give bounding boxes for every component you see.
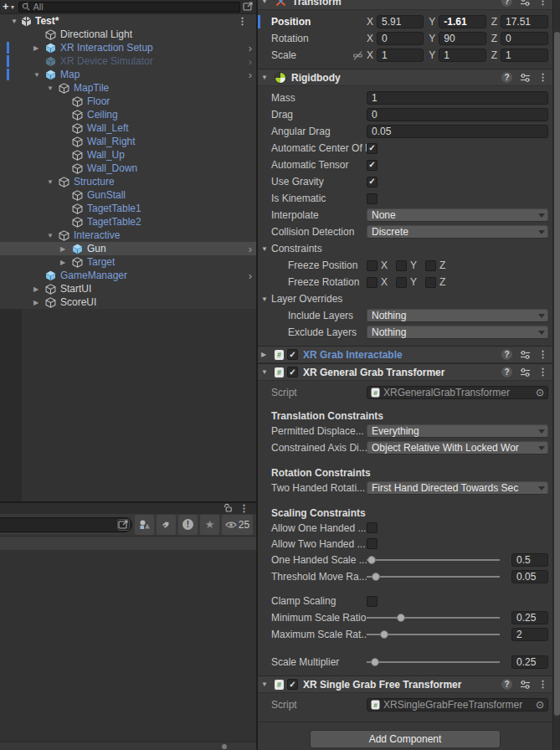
- object-picker-icon[interactable]: ⊙: [536, 387, 544, 398]
- foldout-open-icon[interactable]: ▼: [261, 368, 271, 376]
- foldout-open-icon[interactable]: ▼: [261, 681, 271, 688]
- slider-knob[interactable]: [397, 614, 405, 622]
- foldout-closed-icon[interactable]: ▶: [60, 259, 72, 266]
- component-enabled-checkbox[interactable]: ✓: [287, 349, 298, 360]
- number-input[interactable]: 0: [377, 32, 424, 45]
- tree-item[interactable]: Floor: [0, 95, 256, 108]
- tree-item[interactable]: GameManager›: [0, 269, 256, 282]
- kebab-menu-icon[interactable]: ⋮: [538, 72, 547, 83]
- axis-checkbox[interactable]: [367, 277, 378, 288]
- component-header-xr-single-grab-free-transformer[interactable]: ▼#✓XR Single Grab Free Transformer?⋮: [258, 676, 552, 693]
- prefab-chevron-icon[interactable]: ›: [249, 43, 252, 54]
- tree-item[interactable]: ▼Interactive: [0, 229, 256, 242]
- help-icon[interactable]: ?: [501, 0, 512, 7]
- slider-value-input[interactable]: 0.05: [511, 570, 548, 583]
- scrollbar-thumb[interactable]: [554, 32, 560, 716]
- inspector-scrollbar[interactable]: [552, 0, 560, 750]
- slider-value-input[interactable]: 0.25: [511, 655, 548, 669]
- dropdown[interactable]: None: [367, 208, 548, 222]
- foldout-closed-icon[interactable]: ▶: [261, 351, 271, 358]
- kebab-menu-icon[interactable]: ⋮: [538, 349, 547, 360]
- kebab-menu-icon[interactable]: ⋮: [538, 367, 547, 378]
- component-header-transform[interactable]: ▼Transform?⋮: [258, 0, 552, 10]
- hierarchy-search-input[interactable]: All: [18, 2, 240, 13]
- add-component-button[interactable]: Add Component: [310, 730, 501, 748]
- lock-icon[interactable]: [223, 503, 233, 513]
- project-content-area[interactable]: [0, 550, 256, 742]
- object-reference-field[interactable]: #XRGeneralGrabTransformer⊙: [367, 386, 548, 399]
- prefab-chevron-icon[interactable]: ›: [249, 56, 252, 67]
- kebab-menu-icon[interactable]: ⋮: [538, 679, 547, 690]
- number-input[interactable]: 17.51: [501, 15, 548, 28]
- presets-icon[interactable]: [520, 350, 531, 360]
- help-icon[interactable]: ?: [501, 679, 512, 690]
- foldout-open-icon[interactable]: ▼: [47, 232, 59, 239]
- slider-knob[interactable]: [367, 556, 376, 564]
- tree-item[interactable]: ▶Target: [0, 255, 256, 269]
- object-reference-field[interactable]: #XRSingleGrabFreeTransformer⊙: [367, 698, 548, 711]
- favorites-button[interactable]: ★: [200, 515, 219, 535]
- foldout-open-icon[interactable]: ▼: [47, 178, 59, 186]
- text-input[interactable]: 0: [367, 108, 548, 121]
- number-input[interactable]: 1: [501, 49, 548, 62]
- component-enabled-checkbox[interactable]: ✓: [287, 367, 298, 378]
- hierarchy-empty-area[interactable]: [0, 309, 256, 501]
- slider[interactable]: [367, 628, 500, 641]
- open-new-window-icon[interactable]: [243, 2, 254, 12]
- tree-item[interactable]: Ceiling: [0, 108, 256, 121]
- number-input[interactable]: 1: [377, 49, 424, 62]
- help-icon[interactable]: ?: [501, 72, 512, 83]
- presets-icon[interactable]: [520, 367, 531, 378]
- slider[interactable]: [367, 655, 500, 669]
- foldout-open-icon[interactable]: ▼: [261, 0, 271, 5]
- foldout-open-icon[interactable]: ▼: [33, 71, 45, 79]
- search-by-label-button[interactable]: [157, 515, 176, 535]
- toggle-checkbox[interactable]: [367, 193, 378, 204]
- foldout-closed-icon[interactable]: ▶: [33, 44, 45, 52]
- number-input[interactable]: 1: [439, 49, 486, 62]
- object-picker-icon[interactable]: ⊙: [536, 699, 544, 711]
- toggle-checkbox[interactable]: [367, 538, 378, 549]
- import-log-button[interactable]: !: [178, 515, 198, 535]
- foldout-open-icon[interactable]: ▼: [47, 85, 59, 92]
- axis-checkbox[interactable]: [367, 260, 378, 271]
- tree-item[interactable]: ▶XR Interaction Setup›: [0, 41, 256, 54]
- component-enabled-checkbox[interactable]: ✓: [287, 679, 298, 690]
- search-by-type-button[interactable]: [135, 515, 154, 535]
- help-icon[interactable]: ?: [501, 367, 512, 378]
- tree-item[interactable]: Wall_Down: [0, 162, 256, 175]
- toggle-checkbox[interactable]: [367, 522, 378, 533]
- tree-item[interactable]: TagetTable2: [0, 215, 256, 229]
- toggle-checkbox[interactable]: ✓: [367, 177, 378, 188]
- dropdown[interactable]: First Hand Directed Towards Sec: [367, 481, 548, 495]
- tree-item[interactable]: Wall_Left: [0, 121, 256, 135]
- slider-knob[interactable]: [380, 630, 388, 639]
- number-input[interactable]: 0: [501, 32, 548, 45]
- component-header-xr-grab-interactable[interactable]: ▶#✓XR Grab Interactable?⋮: [258, 346, 552, 363]
- slider-value-input[interactable]: 2: [511, 628, 548, 641]
- foldout-open-icon[interactable]: ▼: [261, 295, 271, 303]
- slider[interactable]: [367, 570, 500, 583]
- toggle-checkbox[interactable]: [367, 596, 378, 607]
- text-input[interactable]: 0.05: [367, 125, 548, 138]
- slider[interactable]: [367, 611, 500, 624]
- dropdown[interactable]: Object Relative With Locked Wor: [367, 441, 548, 455]
- foldout-closed-icon[interactable]: ▶: [33, 299, 45, 306]
- toggle-checkbox[interactable]: ✓: [367, 160, 378, 171]
- axis-checkbox[interactable]: [425, 260, 436, 271]
- slider-knob[interactable]: [372, 573, 380, 581]
- link-broken-icon[interactable]: [352, 50, 363, 61]
- slider-value-input[interactable]: 0.5: [511, 553, 548, 567]
- foldout-closed-icon[interactable]: ▶: [60, 245, 72, 253]
- text-input[interactable]: 1: [367, 91, 548, 105]
- foldout-row[interactable]: ▼Constraints: [258, 240, 552, 257]
- open-new-window-icon[interactable]: [117, 519, 130, 531]
- kebab-menu-icon[interactable]: ⋮: [538, 0, 547, 7]
- dropdown[interactable]: Nothing: [367, 326, 548, 339]
- slider-knob[interactable]: [371, 658, 379, 666]
- tree-item[interactable]: Wall_Right: [0, 135, 256, 148]
- presets-icon[interactable]: [520, 0, 531, 7]
- axis-checkbox[interactable]: [396, 260, 407, 271]
- tree-item[interactable]: ▶ScoreUI: [0, 295, 256, 309]
- number-input[interactable]: 90: [439, 32, 486, 45]
